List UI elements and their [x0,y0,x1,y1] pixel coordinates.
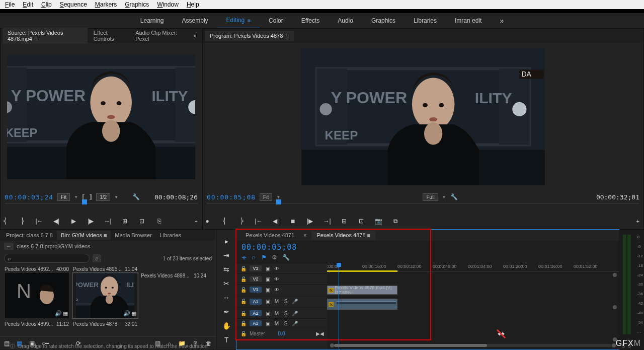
add-marker-icon[interactable]: ● [203,218,212,225]
menu-help[interactable]: Help [183,0,203,9]
audio-icon: 🔊 [55,310,62,317]
ripple-tool-icon[interactable]: ⇆ [222,265,231,274]
wrench-icon[interactable]: 🔧 [132,193,140,200]
go-in-icon[interactable]: |← [254,218,263,225]
lift-icon[interactable]: ⊟ [340,218,349,225]
burger-icon: ≡ [248,18,251,23]
source-out-timecode: 00:00:08;26 [154,193,198,201]
go-out-icon[interactable]: →| [103,218,112,225]
program-out-timecode: 00:00:32;01 [596,193,639,201]
status-text: Drag edge to rate stretch the selection,… [18,343,207,349]
program-res-select[interactable]: Full [423,193,438,201]
play-icon[interactable]: ■ [288,217,297,225]
bin-item-1[interactable]: Pexels Videos 4895...11:04 🔊▦ Pexels Vid… [72,273,138,318]
menu-clip[interactable]: Clip [37,0,56,9]
hand-tool-icon[interactable]: ✋ [222,321,231,330]
go-out-icon[interactable]: →| [323,218,332,225]
svg-text:N: N [17,280,31,302]
type-tool-icon[interactable]: T [222,335,231,344]
project-tab[interactable]: Project: class 6 7 8 [2,231,57,240]
program-tab[interactable]: Program: Pexels Videos 4878≡ [205,31,294,41]
mark-in-icon[interactable]: ⎨ [220,218,229,225]
source-zoom-select[interactable]: 1/2 [96,193,110,201]
menu-window[interactable]: Window [153,0,183,9]
nav-up-icon[interactable]: ← [4,243,14,250]
menu-graphics[interactable]: Graphics [121,0,153,9]
comparison-icon[interactable]: ⧉ [391,218,400,225]
selection-tool-icon[interactable]: ▸ [222,237,231,246]
step-back-icon[interactable]: ◀| [52,218,61,225]
play-icon[interactable]: ▶ [69,218,78,225]
track-select-tool-icon[interactable]: ⇥ [222,251,231,260]
film-icon: ▦ [63,310,68,317]
ws-graphics[interactable]: Graphics [362,13,405,28]
ws-color[interactable]: Color [260,13,292,28]
menu-sequence[interactable]: Sequence [56,0,91,9]
ws-learning[interactable]: Learning [131,13,173,28]
svg-line-20 [497,330,506,338]
search-input[interactable]: ⌕ [4,254,90,263]
libraries-tab[interactable]: Libraries [156,231,185,240]
media-browser-tab[interactable]: Media Browser [111,231,155,240]
extract-icon[interactable]: ⊡ [357,218,366,225]
overwrite-icon[interactable]: ⊡ [137,218,146,225]
program-monitor[interactable] [301,48,545,185]
mark-in-icon[interactable]: ⎨ [1,218,10,225]
ws-overflow-icon[interactable]: » [491,13,513,29]
mark-out-icon[interactable]: ⎬ [237,218,246,225]
bin-tab[interactable]: Bin: GYM videos ≡ [57,231,111,240]
go-in-icon[interactable]: |← [35,218,44,225]
program-in-timecode[interactable]: 00:00:05;08 [207,193,256,201]
scroll-v-mid[interactable] [613,305,617,309]
menu-file[interactable]: FFileile [1,0,19,9]
zoom-out-icon[interactable] [330,343,334,347]
list-view-icon[interactable]: ▤ [4,340,10,347]
ws-audio[interactable]: Audio [329,13,362,28]
source-fit-select[interactable]: Fit [57,193,70,201]
ws-assembly[interactable]: Assembly [173,13,217,28]
ws-libraries[interactable]: Libraries [405,13,446,28]
bracket-out-icon[interactable]: ⟧ [89,193,92,200]
ws-effects[interactable]: Effects [292,13,329,28]
source-ruler[interactable] [5,203,198,213]
h-scrollbar[interactable] [334,344,612,347]
audio-icon: 🔊 [123,310,130,317]
audio-mixer-tab[interactable]: Audio Clip Mixer: Pexel [130,28,189,44]
film-icon: ▦ [131,310,136,317]
wrench-icon[interactable]: 🔧 [450,193,458,200]
rate-stretch-cursor-icon [496,328,507,339]
source-monitor[interactable] [7,55,195,179]
mark-out-icon[interactable]: ⎬ [18,218,27,225]
breadcrumb: class 6 7 8.prproj\GYM videos [17,243,91,249]
export-frame-icon[interactable]: ⎘ [154,218,164,225]
bin-item-0[interactable]: Pexels Videos 4892...40:00 N 🔊▦ Pexels V… [4,273,69,318]
scroll-v-top[interactable] [613,273,617,277]
ws-editing[interactable]: Editing≡ [217,13,260,29]
burger-icon: ≡ [35,36,38,42]
overflow-icon[interactable]: » [190,32,200,39]
menu-markers[interactable]: Markers [91,0,121,9]
source-in-timecode[interactable]: 00:00:03;24 [5,193,53,201]
slip-tool-icon[interactable]: ↔ [222,293,231,302]
source-tab[interactable]: Source: Pexels Videos 4878.mp4≡ [3,28,88,44]
button-editor-icon[interactable]: + [636,218,639,224]
timeline-tracks[interactable]: :00:00 00:00:16:00 00:00:32:00 00:00:48:… [327,263,619,348]
button-editor-icon[interactable]: + [195,218,198,224]
step-fwd-icon[interactable]: |▶ [305,218,314,225]
audio-clip[interactable]: fx [327,299,397,310]
program-ruler[interactable] [207,203,639,213]
ws-custom[interactable]: Imran edit [446,13,491,28]
menu-edit[interactable]: Edit [19,0,37,9]
timeline-panel: Pexels Videos 4871× Pexels Videos 4878 ≡… [236,230,619,349]
burger-icon: ≡ [104,232,107,238]
video-clip[interactable]: fxPexels Videos 4878.mp4 [V] [27.68%] [327,286,397,295]
export-frame-icon[interactable]: 📷 [374,218,383,225]
program-fit-select[interactable]: Fit [260,193,272,201]
step-fwd-icon[interactable]: |▶ [86,218,95,225]
razor-tool-icon[interactable]: ✂ [222,279,231,288]
step-back-icon[interactable]: ◀| [271,218,280,225]
insert-icon[interactable]: ⊞ [120,218,129,225]
pen-tool-icon[interactable]: ✒ [222,307,231,316]
effect-controls-tab[interactable]: Effect Controls [89,28,130,44]
filter-icon[interactable]: ⌂ [93,254,101,262]
